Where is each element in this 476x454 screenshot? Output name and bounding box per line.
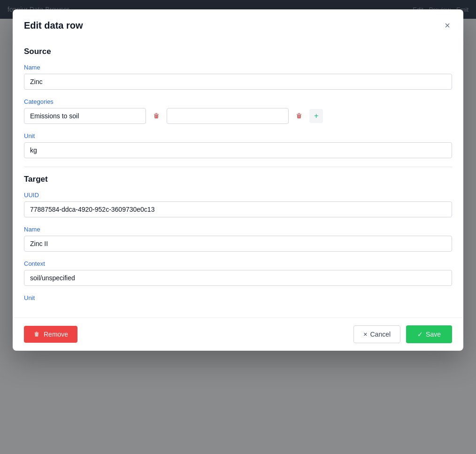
source-name-group: Name: [24, 64, 452, 90]
save-check-icon: ✓: [417, 331, 423, 338]
modal-overlay: Edit data row × Source Name Categories: [0, 0, 476, 454]
target-context-input[interactable]: [24, 270, 452, 286]
target-name-label: Name: [24, 226, 452, 233]
target-name-input[interactable]: [24, 236, 452, 252]
modal-footer: Remove × Cancel ✓ Save: [13, 317, 463, 351]
source-unit-label: Unit: [24, 132, 452, 139]
edit-data-row-modal: Edit data row × Source Name Categories: [13, 9, 463, 351]
target-name-group: Name: [24, 226, 452, 252]
source-section-title: Source: [24, 47, 452, 56]
source-unit-input[interactable]: [24, 142, 452, 158]
target-unit-label: Unit: [24, 294, 452, 301]
target-uuid-group: UUID: [24, 192, 452, 217]
modal-header: Edit data row ×: [13, 9, 463, 39]
source-name-label: Name: [24, 64, 452, 71]
footer-right-buttons: × Cancel ✓ Save: [353, 325, 452, 343]
source-categories-group: Categories +: [24, 98, 452, 124]
cancel-x-icon: ×: [363, 331, 367, 338]
target-uuid-input[interactable]: [24, 201, 452, 217]
target-context-label: Context: [24, 260, 452, 267]
categories-row: +: [24, 108, 452, 124]
modal-body: Source Name Categories: [13, 39, 463, 317]
remove-button[interactable]: Remove: [24, 326, 77, 343]
target-section-title: Target: [24, 175, 452, 184]
add-category-button[interactable]: +: [309, 109, 323, 123]
target-uuid-label: UUID: [24, 192, 452, 199]
delete-category2-button[interactable]: [292, 109, 306, 123]
source-categories-label: Categories: [24, 98, 452, 105]
modal-close-button[interactable]: ×: [443, 19, 452, 32]
target-unit-group: Unit: [24, 294, 452, 301]
modal-title: Edit data row: [24, 20, 83, 31]
target-context-group: Context: [24, 260, 452, 286]
delete-category1-button[interactable]: [150, 109, 163, 123]
category2-input[interactable]: [167, 108, 289, 124]
trash-icon: [33, 331, 40, 338]
category1-input[interactable]: [24, 108, 146, 124]
section-divider: [24, 167, 452, 167]
cancel-button[interactable]: × Cancel: [353, 325, 400, 343]
source-unit-group: Unit: [24, 132, 452, 158]
save-button[interactable]: ✓ Save: [406, 325, 452, 343]
source-name-input[interactable]: [24, 74, 452, 90]
